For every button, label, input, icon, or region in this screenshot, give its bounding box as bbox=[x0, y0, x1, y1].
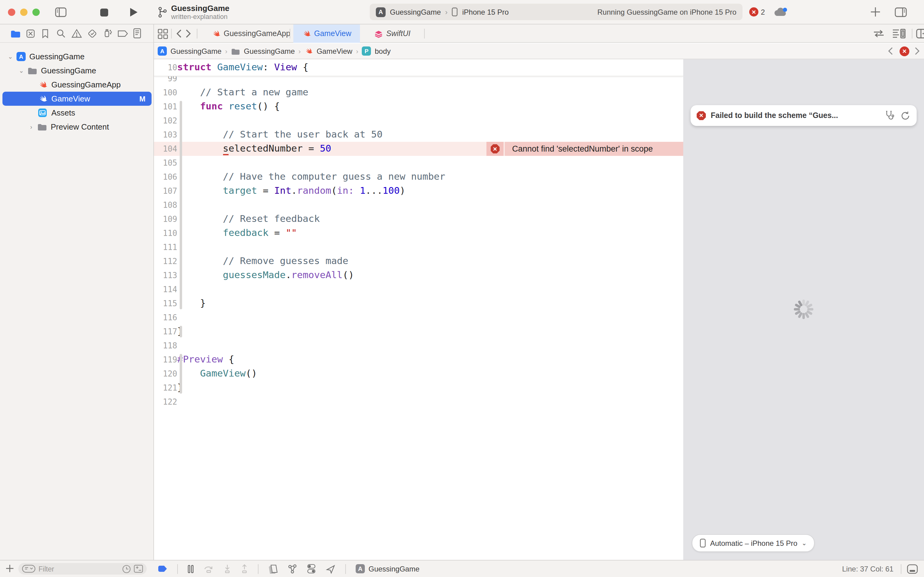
code-line-101[interactable]: 101 func reset() { bbox=[154, 100, 683, 114]
line-number[interactable]: 113 bbox=[154, 271, 177, 280]
sidebar-item-assets[interactable]: Assets bbox=[2, 106, 151, 120]
line-number[interactable]: 114 bbox=[154, 285, 177, 294]
breadcrumb-file[interactable]: GameView bbox=[317, 47, 352, 55]
run-destination[interactable]: iPhone 15 Pro bbox=[462, 8, 509, 16]
sidebar-item-project-root[interactable]: ⌄ A GuessingGame bbox=[2, 50, 151, 64]
disclosure-open-icon[interactable]: ⌄ bbox=[7, 53, 13, 60]
code-line-115[interactable]: 115 } bbox=[154, 297, 683, 311]
recent-clock-icon[interactable] bbox=[122, 564, 131, 573]
toggle-inspectors-icon[interactable] bbox=[895, 7, 907, 17]
code-line-111[interactable]: 111 bbox=[154, 240, 683, 254]
cloud-status-icon[interactable] bbox=[774, 7, 788, 18]
line-number[interactable]: 120 bbox=[154, 369, 177, 378]
go-back-icon[interactable] bbox=[176, 29, 182, 38]
code-line-104[interactable]: 104 selectedNumber = 50✕Cannot find 'sel… bbox=[154, 142, 683, 156]
line-number[interactable]: 118 bbox=[154, 341, 177, 350]
simulate-location-icon[interactable] bbox=[326, 564, 335, 574]
line-number[interactable]: 109 bbox=[154, 214, 177, 224]
debug-navigator-icon[interactable] bbox=[103, 28, 113, 39]
breadcrumb-group[interactable]: GuessingGame bbox=[244, 47, 295, 55]
tab-guessinggameapp[interactable]: GuessingGameApp bbox=[203, 24, 299, 43]
breakpoint-navigator-icon[interactable] bbox=[118, 30, 128, 37]
code-line-120[interactable]: 120 GameView() bbox=[154, 367, 683, 381]
code-line-118[interactable]: 118 bbox=[154, 338, 683, 353]
code-line-112[interactable]: 112 // Remove guesses made bbox=[154, 254, 683, 268]
code-line-121[interactable]: 121} bbox=[154, 381, 683, 395]
refresh-preview-icon[interactable] bbox=[900, 110, 911, 121]
issue-count[interactable]: ✕ 2 bbox=[749, 7, 765, 16]
code-line-122[interactable]: 122 bbox=[154, 395, 683, 409]
code-line-100[interactable]: 100 // Start a new game bbox=[154, 85, 683, 100]
close-window-button[interactable] bbox=[8, 8, 15, 16]
go-forward-icon[interactable] bbox=[186, 29, 191, 38]
previous-issue-icon[interactable] bbox=[888, 47, 893, 55]
environment-overrides-icon[interactable] bbox=[307, 564, 316, 574]
activity-status-bar[interactable]: A GuessingGame › iPhone 15 Pro Running G… bbox=[370, 4, 742, 20]
code-line-119[interactable]: 119#Preview { bbox=[154, 353, 683, 367]
code-line-114[interactable]: 114 bbox=[154, 282, 683, 297]
editor-grid-icon[interactable] bbox=[158, 29, 168, 39]
step-out-icon[interactable] bbox=[241, 564, 248, 573]
toggle-navigator-icon[interactable] bbox=[55, 7, 67, 17]
code-line-106[interactable]: 106 // Have the computer guess a new num… bbox=[154, 170, 683, 184]
code-line-107[interactable]: 107 target = Int.random(in: 1...100) bbox=[154, 184, 683, 198]
line-col-indicator[interactable]: Line: 37 Col: 61 bbox=[842, 565, 893, 573]
running-process[interactable]: A GuessingGame bbox=[356, 564, 420, 573]
disclosure-open-icon[interactable]: ⌄ bbox=[18, 67, 24, 74]
build-failed-banner[interactable]: ✕ Failed to build the scheme “Gues... bbox=[691, 105, 917, 126]
sidebar-item-gameview[interactable]: GameView M bbox=[2, 92, 151, 106]
code-line-113[interactable]: 113 guessesMade.removeAll() bbox=[154, 268, 683, 282]
breadcrumb-project[interactable]: GuessingGame bbox=[171, 47, 222, 55]
run-button[interactable] bbox=[130, 7, 138, 17]
line-number[interactable]: 116 bbox=[154, 313, 177, 322]
line-number[interactable]: 112 bbox=[154, 257, 177, 266]
bookmark-navigator-icon[interactable] bbox=[42, 29, 49, 39]
breadcrumb-symbol[interactable]: body bbox=[375, 47, 391, 55]
inline-error-annotation[interactable]: ✕Cannot find 'selectedNumber' in scope bbox=[486, 142, 683, 156]
sidebar-item-group[interactable]: ⌄ GuessingGame bbox=[2, 64, 151, 77]
zoom-window-button[interactable] bbox=[32, 8, 40, 16]
code-line-103[interactable]: 103 // Start the user back at 50 bbox=[154, 128, 683, 142]
minimap-icon[interactable] bbox=[892, 29, 906, 39]
add-editor-icon[interactable] bbox=[916, 29, 924, 39]
source-editor[interactable]: 99100 // Start a new game101 func reset(… bbox=[154, 59, 683, 560]
sidebar-item-preview-content[interactable]: › Preview Content bbox=[2, 120, 151, 134]
line-number[interactable]: 115 bbox=[154, 299, 177, 308]
tab-swiftui[interactable]: SwiftUI bbox=[365, 24, 419, 43]
add-filter-button[interactable] bbox=[5, 564, 14, 573]
line-number[interactable]: 105 bbox=[154, 158, 177, 168]
test-navigator-icon[interactable] bbox=[87, 29, 97, 39]
code-line-109[interactable]: 109 // Reset feedback bbox=[154, 212, 683, 226]
code-line-102[interactable]: 102 bbox=[154, 114, 683, 128]
line-number[interactable]: 102 bbox=[154, 116, 177, 125]
project-navigator-icon[interactable] bbox=[10, 29, 21, 38]
sidebar-item-guessinggameapp[interactable]: GuessingGameApp bbox=[2, 77, 151, 92]
line-number[interactable]: 117 bbox=[154, 327, 177, 336]
find-navigator-icon[interactable] bbox=[56, 29, 66, 39]
code-line-110[interactable]: 110 feedback = "" bbox=[154, 226, 683, 240]
line-number[interactable]: 107 bbox=[154, 187, 177, 196]
line-number[interactable]: 106 bbox=[154, 172, 177, 182]
tab-gameview[interactable]: GameView bbox=[293, 24, 360, 43]
breakpoints-toggle-icon[interactable] bbox=[158, 566, 167, 572]
report-navigator-icon[interactable] bbox=[133, 28, 141, 39]
issue-navigator-icon[interactable] bbox=[71, 29, 82, 39]
code-line-117[interactable]: 117} bbox=[154, 324, 683, 338]
pause-icon[interactable] bbox=[188, 564, 194, 573]
preview-device-button[interactable]: Automatic – iPhone 15 Pro ⌄ bbox=[692, 534, 815, 552]
toggle-debug-area-icon[interactable] bbox=[907, 564, 918, 574]
line-number[interactable]: 111 bbox=[154, 243, 177, 252]
line-number[interactable]: 103 bbox=[154, 130, 177, 139]
source-control-navigator-icon[interactable] bbox=[26, 29, 35, 39]
line-number[interactable]: 122 bbox=[154, 397, 177, 406]
memory-graph-icon[interactable] bbox=[288, 564, 297, 574]
step-over-icon[interactable] bbox=[203, 564, 214, 573]
minimize-window-button[interactable] bbox=[20, 8, 27, 16]
current-issue-badge[interactable]: ✕ bbox=[900, 47, 910, 56]
disclosure-closed-icon[interactable]: › bbox=[28, 124, 34, 130]
diagnostics-icon[interactable] bbox=[884, 110, 895, 121]
line-number[interactable]: 101 bbox=[154, 102, 177, 111]
code-line-116[interactable]: 116 bbox=[154, 311, 683, 324]
line-number[interactable]: 108 bbox=[154, 200, 177, 210]
code-line-105[interactable]: 105 bbox=[154, 156, 683, 170]
